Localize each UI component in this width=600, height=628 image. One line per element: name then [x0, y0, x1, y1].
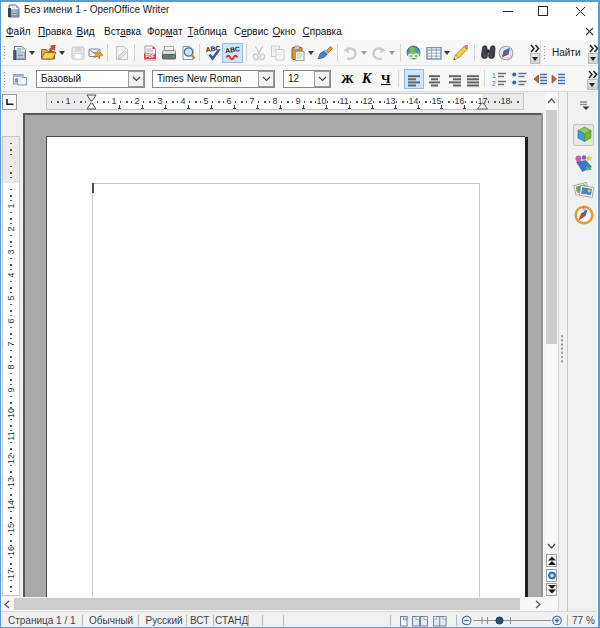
svg-text:2: 2 — [492, 80, 496, 87]
svg-text:ABC: ABC — [225, 45, 240, 54]
svg-text:1: 1 — [492, 72, 496, 79]
svg-text:N: N — [582, 207, 585, 212]
svg-text:PDF: PDF — [145, 54, 154, 59]
